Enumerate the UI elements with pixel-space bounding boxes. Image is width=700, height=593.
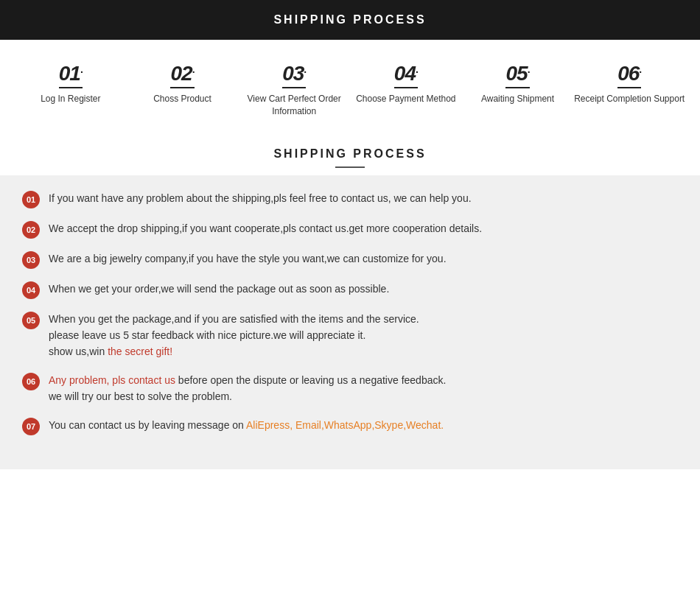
note-item-3: 03 We are a big jewelry company,if you h… <box>22 250 678 269</box>
note-text-4: When we get your order,we will send the … <box>49 283 389 295</box>
note-text-6: Any problem, pls contact us before open … <box>49 374 446 402</box>
step-label-3: View Cart Perfect Order Information <box>238 93 350 118</box>
note-highlight-7: AliEpress, Email,WhatsApp,Skype,Wechat. <box>246 419 444 431</box>
shipping-header-title: SHIPPING PROCESS <box>273 13 426 26</box>
step-item-3: 03. View Cart Perfect Order Information <box>238 62 350 118</box>
step-number-5: 05. <box>505 62 529 88</box>
note-body-2: We accept the drop shipping,if you want … <box>49 220 482 236</box>
note-badge-1: 01 <box>22 191 40 208</box>
step-label-4: Choose Payment Method <box>356 93 455 105</box>
note-item-2: 02 We accept the drop shipping,if you wa… <box>22 220 678 239</box>
note-badge-3: 03 <box>22 251 40 269</box>
note-body-6: Any problem, pls contact us before open … <box>49 372 446 405</box>
note-highlight-5: the secret gift! <box>108 345 172 357</box>
note-badge-2: 02 <box>22 221 40 239</box>
step-item-1: 01. Log In Register <box>15 62 127 105</box>
step-item-6: 06. Receipt Completion Support <box>573 62 685 105</box>
note-item-1: 01 If you want have any problem about th… <box>22 190 678 208</box>
note-text-1: If you want have any problem about the s… <box>49 192 472 204</box>
note-text-2: We accept the drop shipping,if you want … <box>49 222 482 234</box>
step-number-3: 03. <box>282 62 306 88</box>
step-number-4: 04. <box>394 62 418 88</box>
note-badge-4: 04 <box>22 281 40 299</box>
section2-title: SHIPPING PROCESS <box>0 133 700 166</box>
note-body-7: You can contact us by leaving message on… <box>49 417 444 433</box>
title-underline <box>335 166 365 168</box>
note-highlight-6: Any problem, pls contact us <box>49 374 175 386</box>
note-item-7: 07 You can contact us by leaving message… <box>22 417 678 435</box>
note-body-5: When you get the package,and if you are … <box>49 311 419 360</box>
step-number-2: 02. <box>170 62 194 88</box>
note-badge-5: 05 <box>22 312 40 329</box>
steps-section: 01. Log In Register 02. Choss Product 03… <box>0 40 700 133</box>
step-number-1: 01. <box>59 62 83 88</box>
note-badge-7: 07 <box>22 418 40 435</box>
shipping-header: SHIPPING PROCESS <box>0 0 700 40</box>
note-item-5: 05 When you get the package,and if you a… <box>22 311 678 360</box>
step-item-2: 02. Choss Product <box>127 62 239 105</box>
step-label-6: Receipt Completion Support <box>574 93 685 105</box>
step-label-5: Awaiting Shipment <box>481 93 554 105</box>
note-body-4: When we get your order,we will send the … <box>49 281 389 297</box>
note-text-7: You can contact us by leaving message on… <box>49 419 444 431</box>
note-item-6: 06 Any problem, pls contact us before op… <box>22 372 678 405</box>
note-body-3: We are a big jewelry company,if you have… <box>49 250 447 267</box>
note-badge-6: 06 <box>22 373 40 390</box>
note-body-1: If you want have any problem about the s… <box>49 190 472 206</box>
note-text-5: When you get the package,and if you are … <box>49 313 419 358</box>
note-text-3: We are a big jewelry company,if you have… <box>49 253 447 264</box>
note-item-4: 04 When we get your order,we will send t… <box>22 281 678 299</box>
step-label-1: Log In Register <box>41 93 100 105</box>
step-label-2: Choss Product <box>153 93 211 105</box>
step-item-5: 05. Awaiting Shipment <box>462 62 574 105</box>
step-number-6: 06. <box>617 62 641 88</box>
step-item-4: 04. Choose Payment Method <box>350 62 462 105</box>
notes-section: 01 If you want have any problem about th… <box>0 175 700 469</box>
